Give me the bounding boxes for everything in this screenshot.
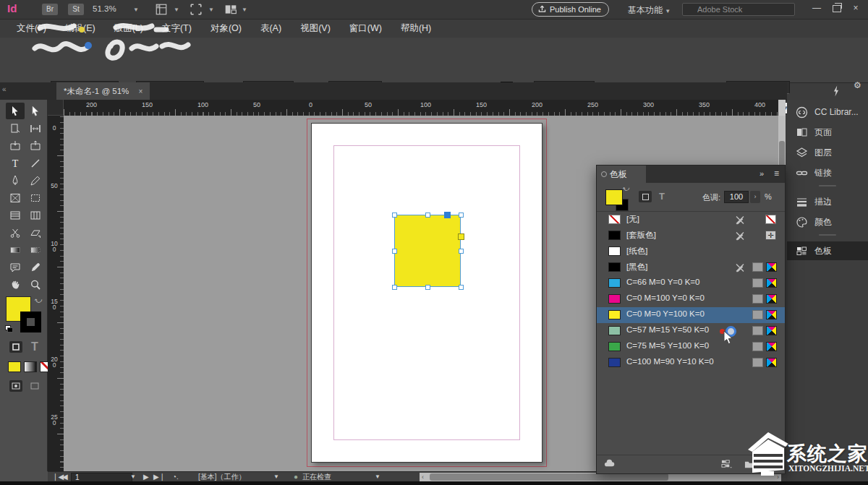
swatch-row[interactable]: C=0 M=0 Y=100 K=0: [597, 307, 785, 323]
horizontal-grid-tool[interactable]: [6, 207, 25, 223]
close-document-icon[interactable]: ×: [139, 87, 143, 95]
menu-item[interactable]: 对象(O): [201, 22, 251, 35]
gap-tool[interactable]: [26, 120, 45, 137]
swatch-row[interactable]: [黑色]: [597, 259, 785, 275]
menu-item[interactable]: 编辑(E): [56, 22, 105, 35]
adobe-stock-search-input[interactable]: [682, 3, 795, 16]
selection-handle-top-right[interactable]: [459, 213, 464, 218]
menu-item[interactable]: 视图(V): [291, 22, 340, 35]
dock-item-layers[interactable]: 图层: [787, 143, 868, 162]
gear-icon[interactable]: ⚙: [854, 80, 861, 90]
selected-anchor-point[interactable]: [444, 212, 451, 218]
live-corner-widget[interactable]: [458, 233, 464, 240]
swap-fill-stroke-icon[interactable]: ⤸: [34, 299, 43, 303]
stock-button[interactable]: St: [68, 4, 84, 15]
tint-slider-icon[interactable]: ›: [750, 191, 760, 203]
content-placer-tool[interactable]: [26, 137, 45, 154]
dock-item-pages[interactable]: 页面: [787, 123, 868, 142]
swatch-row[interactable]: C=75 M=5 Y=100 K=0: [597, 339, 785, 355]
chevron-down-icon[interactable]: ▼: [208, 7, 214, 13]
dock-item-stroke[interactable]: 描边: [787, 192, 868, 211]
next-page-button[interactable]: ▶: [143, 473, 149, 481]
page-number-dropdown-icon[interactable]: ▼: [130, 473, 136, 481]
normal-view-mode-button[interactable]: [9, 380, 22, 392]
swatch-row[interactable]: C=66 M=0 Y=0 K=0: [597, 275, 785, 291]
document-tab[interactable]: *未命名-1 @ 51% ×: [56, 82, 150, 100]
selection-handle-top-left[interactable]: [392, 213, 397, 218]
yellow-rectangle-object[interactable]: [394, 215, 461, 287]
formatting-affects-container-button[interactable]: [9, 341, 22, 353]
apply-gradient-button[interactable]: [24, 361, 37, 372]
swatch-row[interactable]: [纸色]: [597, 244, 785, 259]
preflight-profile-dropdown-icon[interactable]: ▼: [273, 473, 279, 481]
screen-mode-icon[interactable]: [190, 3, 204, 16]
selection-handle-middle-left[interactable]: [392, 249, 397, 254]
swatch-row[interactable]: C=100 M=90 Y=10 K=0: [597, 355, 785, 371]
note-tool[interactable]: [6, 259, 25, 275]
preflight-status-dropdown-icon[interactable]: ▼: [375, 473, 380, 481]
gradient-feather-tool[interactable]: [26, 241, 45, 258]
selection-handle-middle-right[interactable]: [459, 249, 464, 254]
formatting-affects-text-button[interactable]: T: [659, 191, 665, 202]
menu-item[interactable]: 版面(L): [105, 22, 153, 35]
eyedropper-tool[interactable]: [26, 259, 45, 275]
arrange-documents-icon[interactable]: [224, 3, 239, 16]
tint-field[interactable]: 100: [724, 191, 749, 203]
preflight-icon[interactable]: ◔.: [172, 473, 179, 481]
selection-tool[interactable]: [6, 103, 25, 119]
vertical-grid-tool[interactable]: [26, 207, 45, 223]
selection-handle-bottom-left[interactable]: [392, 285, 397, 290]
content-collector-tool[interactable]: [6, 137, 25, 154]
scroll-left-arrow[interactable]: ‹: [422, 473, 424, 481]
dock-item-swatches[interactable]: 色板: [787, 241, 868, 260]
new-swatch-icon[interactable]: [744, 459, 755, 473]
chevron-down-icon[interactable]: ▼: [174, 7, 179, 13]
minimize-button[interactable]: —: [810, 3, 823, 13]
workspace-switcher[interactable]: 基本功能 ▼: [628, 4, 671, 17]
ruler-origin-corner[interactable]: [48, 100, 64, 116]
selection-handle-top-center[interactable]: [425, 213, 430, 218]
swatch-row[interactable]: [套版色]✛: [597, 228, 785, 244]
document-page[interactable]: [311, 123, 542, 463]
dock-item-links[interactable]: 链接: [787, 163, 868, 182]
collapse-panel-icon[interactable]: «: [2, 85, 7, 93]
selection-handle-bottom-center[interactable]: [425, 285, 430, 290]
pencil-tool[interactable]: [26, 172, 45, 189]
last-page-button[interactable]: ▶❘: [153, 473, 165, 481]
panel-fill-swatch[interactable]: [605, 189, 623, 205]
restore-button[interactable]: [833, 5, 841, 12]
default-fill-stroke-icon[interactable]: [5, 325, 13, 332]
vertical-ruler[interactable]: 050100150200250300: [48, 100, 64, 471]
horizontal-ruler[interactable]: 20015010050050100150200250300350400: [48, 100, 778, 116]
swatch-row[interactable]: [无]: [597, 212, 785, 228]
horizontal-scroll-thumb[interactable]: [430, 473, 668, 481]
previous-page-button[interactable]: ◀: [62, 473, 68, 481]
rectangle-tool[interactable]: [26, 189, 45, 206]
menu-item[interactable]: 表(A): [251, 22, 291, 35]
scissors-tool[interactable]: [6, 224, 25, 241]
new-color-group-icon[interactable]: [721, 459, 732, 473]
pen-tool[interactable]: [6, 172, 25, 189]
dock-item-color[interactable]: 颜色: [787, 213, 868, 231]
preflight-profile[interactable]: [基本]（工作）: [198, 473, 246, 481]
chevron-down-icon[interactable]: ▼: [242, 7, 247, 13]
menu-item[interactable]: 文字(T): [153, 22, 201, 35]
preview-mode-button[interactable]: [28, 380, 41, 392]
formatting-affects-text-button[interactable]: T: [28, 341, 41, 353]
formatting-affects-container-button[interactable]: [639, 191, 652, 202]
zoom-tool[interactable]: [26, 276, 45, 293]
panel-menu-icon[interactable]: ≡: [774, 168, 779, 179]
type-tool[interactable]: T: [6, 155, 25, 171]
swatch-row[interactable]: C=57 M=15 Y=50 K=0: [597, 323, 785, 339]
dock-item-cc-libraries[interactable]: CC Librar...: [787, 103, 868, 121]
toolbar-stroke-color-swatch[interactable]: [20, 312, 41, 332]
line-tool[interactable]: [26, 155, 45, 171]
swatches-tab[interactable]: 色板: [597, 166, 646, 183]
gradient-tool[interactable]: [6, 241, 25, 258]
publish-online-button[interactable]: Publish Online: [532, 2, 609, 17]
swap-fill-stroke-icon[interactable]: ⤸: [622, 187, 630, 191]
cc-libraries-add-icon[interactable]: [604, 459, 615, 473]
hand-tool[interactable]: [6, 276, 25, 293]
close-button[interactable]: ×: [849, 3, 862, 13]
zoom-level-dropdown[interactable]: 51.3%: [93, 4, 116, 13]
